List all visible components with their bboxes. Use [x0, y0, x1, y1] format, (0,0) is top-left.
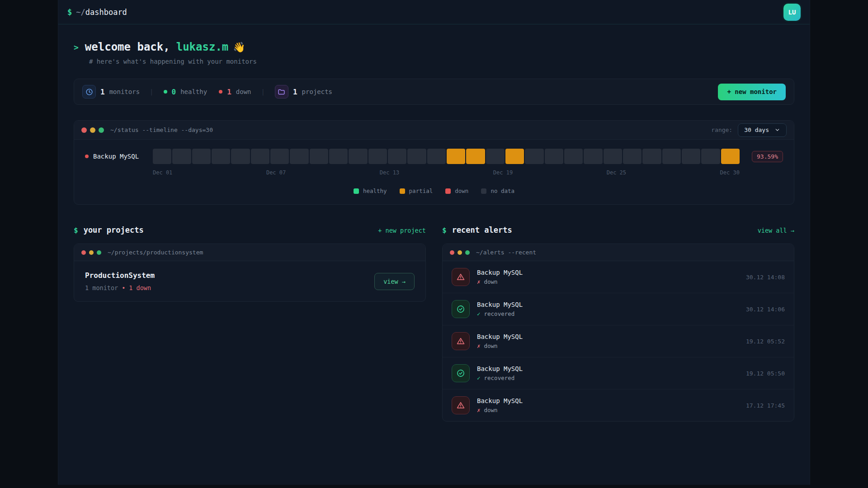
- date-label: Dec 01: [153, 169, 172, 176]
- timeline-cell: [368, 149, 387, 164]
- timeline-cell: [329, 149, 348, 164]
- alert-timestamp: 19.12 05:50: [746, 370, 785, 377]
- range-value: 30 days: [744, 127, 769, 133]
- view-all-link[interactable]: view all →: [758, 227, 794, 234]
- date-label: Dec 19: [493, 169, 513, 176]
- alert-status-icon: [452, 332, 470, 350]
- timeline-cell: [682, 149, 700, 164]
- alert-row[interactable]: Backup MySQL ✗down 19.12 05:52: [443, 325, 794, 357]
- timeline-cell: [290, 149, 308, 164]
- timeline-cell: [486, 149, 505, 164]
- down-count: 1: [227, 88, 231, 96]
- timeline-cell: [251, 149, 269, 164]
- timeline-cell: [212, 149, 230, 164]
- status-timeline-card: ~/status --timeline --days=30 range: 30 …: [74, 120, 794, 205]
- partial-swatch-icon: [400, 188, 405, 194]
- healthy-swatch-icon: [354, 188, 359, 194]
- legend-down: down: [445, 188, 468, 194]
- alert-timestamp: 17.12 17:45: [746, 402, 785, 409]
- down-dot-icon: [219, 90, 222, 94]
- healthy-dot-icon: [164, 90, 167, 94]
- alert-status-icon: [452, 396, 470, 414]
- timeline-cells: [153, 149, 740, 164]
- project-card-header: ~/projects/productionsystem: [74, 244, 425, 261]
- dashboard-page: $ ~/dashboard LU > welcome back, lukasz.…: [58, 0, 810, 485]
- welcome-greeting: welcome back,: [85, 41, 170, 53]
- legend-partial: partial: [400, 188, 433, 194]
- alert-row[interactable]: Backup MySQL ✗down 17.12 17:45: [443, 389, 794, 421]
- stat-projects: 1 projects: [275, 85, 332, 99]
- alerts-card-header: ~/alerts --recent: [443, 244, 794, 261]
- timeline-cell: [407, 149, 426, 164]
- alert-monitor-name: Backup MySQL: [477, 397, 523, 404]
- new-project-link[interactable]: + new project: [378, 227, 426, 234]
- username: lukasz.m: [176, 41, 229, 53]
- view-project-button[interactable]: view →: [374, 273, 415, 290]
- timeline-cell: [623, 149, 642, 164]
- chevron-down-icon: [774, 127, 780, 133]
- projects-count: 1: [293, 88, 297, 96]
- project-card: ~/projects/productionsystem ProductionSy…: [74, 244, 426, 302]
- monitors-label: monitors: [109, 88, 140, 95]
- project-meta: 1 monitor • 1 down: [85, 284, 155, 291]
- breadcrumb: ~/dashboard: [76, 8, 127, 17]
- alert-timestamp: 30.12 14:08: [746, 274, 785, 281]
- timeline-cell: [231, 149, 250, 164]
- monitor-status-dot-icon: [85, 155, 89, 158]
- timeline-cell: [525, 149, 543, 164]
- alerts-list: Backup MySQL ✗down 30.12 14:08 Backup My…: [443, 261, 794, 421]
- timeline-cell: [310, 149, 328, 164]
- range-label: range:: [711, 127, 732, 133]
- welcome-subtitle: # here's what's happening with your moni…: [89, 58, 794, 65]
- status-card-body: Backup MySQL 93.59% Dec 01 Dec 07 Dec 13…: [74, 140, 794, 204]
- timeline-cell: [545, 149, 563, 164]
- new-monitor-button[interactable]: + new monitor: [718, 84, 786, 100]
- avatar[interactable]: LU: [783, 4, 801, 21]
- alert-status-word: down: [484, 407, 498, 413]
- status-command: ~/status --timeline --days=30: [110, 127, 213, 133]
- healthy-label: healthy: [180, 88, 207, 95]
- stats-divider: |: [261, 88, 265, 95]
- timeline-cell: [447, 149, 465, 164]
- section-prompt: $: [74, 226, 78, 235]
- timeline-cell: [642, 149, 661, 164]
- legend-nodata: no data: [481, 188, 514, 194]
- timeline-cell: [721, 149, 740, 164]
- date-label: Dec 30: [720, 169, 740, 176]
- date-labels: Dec 01 Dec 07 Dec 13 Dec 19 Dec 25 Dec 3…: [153, 169, 740, 176]
- timeline-cell: [604, 149, 622, 164]
- monitor-label: Backup MySQL: [85, 153, 153, 160]
- stat-monitors: 1 monitors: [82, 85, 140, 99]
- bullet-icon: •: [122, 284, 125, 291]
- status-mark-icon: ✗: [477, 407, 481, 413]
- timeline-cell: [584, 149, 602, 164]
- down-swatch-icon: [445, 188, 451, 194]
- status-card-header: ~/status --timeline --days=30 range: 30 …: [74, 121, 794, 140]
- project-command: ~/projects/productionsystem: [108, 249, 203, 256]
- date-label: Dec 25: [607, 169, 626, 176]
- range-select[interactable]: 30 days: [738, 123, 787, 137]
- alert-timestamp: 19.12 05:52: [746, 338, 785, 345]
- down-label: down: [236, 88, 251, 95]
- alert-status-icon: [452, 300, 470, 318]
- projects-title: your projects: [84, 225, 144, 235]
- alert-monitor-name: Backup MySQL: [477, 333, 523, 340]
- project-name: ProductionSystem: [85, 271, 155, 280]
- path-prefix: ~/: [76, 8, 85, 17]
- traffic-lights-icon: [81, 250, 101, 255]
- alert-status-word: down: [484, 278, 498, 285]
- projects-label: projects: [302, 88, 332, 95]
- timeline-cell: [505, 149, 524, 164]
- alert-row[interactable]: Backup MySQL ✓recovered 19.12 05:50: [443, 357, 794, 389]
- alerts-command: ~/alerts --recent: [476, 249, 536, 256]
- alerts-card: ~/alerts --recent Backup MySQL ✗down 30.…: [442, 244, 794, 422]
- alert-row[interactable]: Backup MySQL ✓recovered 30.12 14:06: [443, 293, 794, 325]
- timeline-cell: [153, 149, 171, 164]
- traffic-lights-icon: [81, 127, 104, 133]
- folder-icon: [275, 85, 288, 99]
- timeline-cell: [662, 149, 681, 164]
- alert-row[interactable]: Backup MySQL ✗down 30.12 14:08: [443, 261, 794, 293]
- date-label: Dec 07: [266, 169, 286, 176]
- status-mark-icon: ✓: [477, 310, 481, 317]
- alerts-section: $ recent alerts view all → ~/alerts --re…: [442, 225, 794, 422]
